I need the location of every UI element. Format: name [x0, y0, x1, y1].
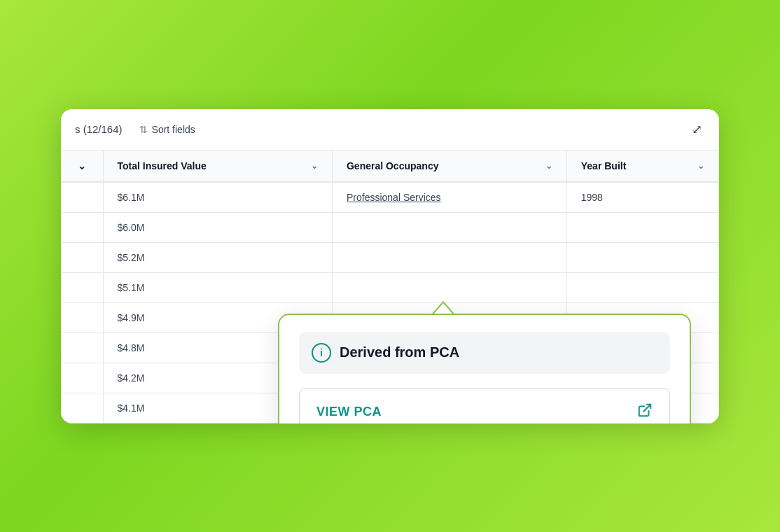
- table-container: ⌄ Total Insured Value ⌄ General Occupanc…: [61, 150, 719, 424]
- tooltip-header: i Derived from PCA: [299, 332, 670, 374]
- table-row: $5.2M: [61, 242, 719, 272]
- row-expand-cell: [61, 212, 103, 242]
- row-occupancy-cell: [332, 212, 566, 242]
- col-tiv-chevron: ⌄: [311, 161, 318, 171]
- col-tiv-label: Total Insured Value: [118, 160, 207, 172]
- table-row: $5.1M: [61, 272, 719, 302]
- tooltip-arrow-inner: [434, 303, 452, 314]
- row-expand-cell: [61, 182, 103, 213]
- sort-icon: ⇅: [139, 124, 148, 135]
- table-row: $6.1MProfessional Services1998: [61, 182, 719, 213]
- row-expand-cell: [61, 332, 103, 363]
- row-tiv-cell: $6.1M: [103, 182, 332, 213]
- expand-icon: ⤢: [692, 122, 702, 136]
- row-expand-cell: [61, 242, 103, 272]
- sort-fields-label: Sort fields: [152, 124, 195, 135]
- row-expand-cell: [61, 393, 103, 423]
- row-tiv-cell: $6.0M: [103, 212, 332, 242]
- col-occupancy-label: General Occupancy: [347, 160, 439, 172]
- main-window: s (12/164) ⇅ Sort fields ⤢ ⌄ Total Insur…: [61, 109, 719, 424]
- external-link-icon: [637, 402, 653, 421]
- expand-col-chevron: ⌄: [78, 160, 86, 172]
- row-occupancy-cell: Professional Services: [332, 182, 566, 213]
- tooltip-box: i Derived from PCA VIEW PCA: [278, 314, 691, 424]
- col-occupancy[interactable]: General Occupancy ⌄: [332, 150, 566, 182]
- row-year-built-cell: [566, 272, 718, 302]
- col-year-built[interactable]: Year Built ⌄: [566, 150, 718, 182]
- tooltip-arrow: [432, 301, 454, 314]
- row-tiv-cell: $5.2M: [103, 242, 332, 272]
- row-tiv-cell: $5.1M: [103, 272, 332, 302]
- col-occupancy-chevron: ⌄: [545, 161, 552, 171]
- row-occupancy-cell: [332, 272, 566, 302]
- table-header-row: ⌄ Total Insured Value ⌄ General Occupanc…: [61, 150, 719, 182]
- view-pca-button[interactable]: VIEW PCA: [299, 388, 670, 424]
- view-pca-label: VIEW PCA: [316, 405, 382, 419]
- col-year-built-chevron: ⌄: [697, 161, 704, 171]
- svg-line-0: [643, 404, 650, 411]
- table-row: $6.0M: [61, 212, 719, 242]
- col-expand: ⌄: [61, 150, 103, 182]
- row-year-built-cell: [566, 212, 718, 242]
- toolbar: s (12/164) ⇅ Sort fields ⤢: [61, 109, 719, 150]
- col-tiv[interactable]: Total Insured Value ⌄: [103, 150, 332, 182]
- info-icon: i: [312, 343, 331, 363]
- tooltip-popup: i Derived from PCA VIEW PCA: [278, 301, 691, 424]
- row-expand-cell: [61, 272, 103, 302]
- toolbar-left: s (12/164) ⇅ Sort fields: [75, 121, 201, 138]
- tooltip-title: Derived from PCA: [340, 344, 459, 360]
- row-expand-cell: [61, 302, 103, 332]
- expand-button[interactable]: ⤢: [689, 119, 705, 140]
- col-year-built-label: Year Built: [581, 160, 627, 172]
- record-count: s (12/164): [75, 123, 123, 135]
- row-year-built-cell: [566, 242, 718, 272]
- sort-fields-button[interactable]: ⇅ Sort fields: [134, 121, 201, 138]
- row-year-built-cell: 1998: [566, 182, 718, 213]
- row-occupancy-cell: [332, 242, 566, 272]
- row-expand-cell: [61, 363, 103, 393]
- professional-services-value: Professional Services: [347, 192, 441, 203]
